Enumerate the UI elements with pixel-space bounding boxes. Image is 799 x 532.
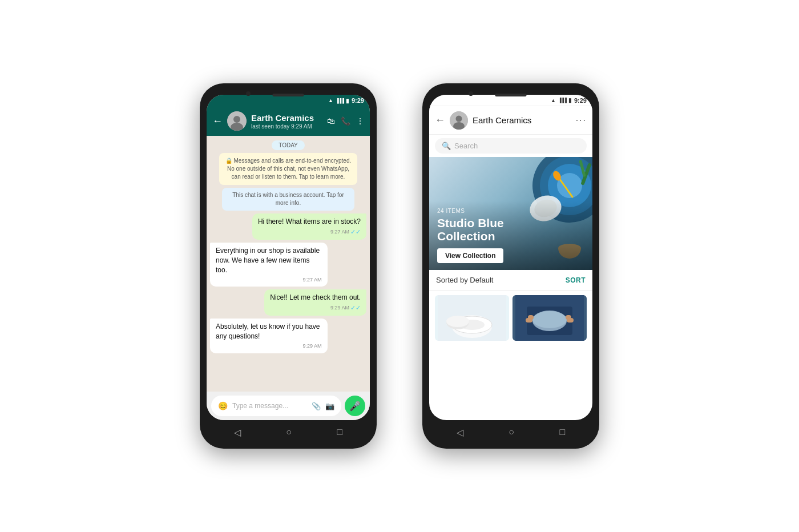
view-collection-button[interactable]: View Collection: [437, 248, 503, 263]
svg-point-4: [456, 115, 462, 122]
svg-point-23: [532, 311, 567, 328]
msg-time-1: 9:27 AM ✓✓: [258, 228, 361, 236]
recent-nav-icon[interactable]: □: [337, 427, 343, 437]
catalog-header-name: Earth Ceramics: [473, 115, 571, 125]
time-left: 9:29: [352, 97, 364, 104]
msg-received-2: Absolutely, let us know if you have any …: [210, 319, 328, 353]
bag-icon[interactable]: 🛍: [327, 116, 335, 126]
back-arrow-icon[interactable]: ←: [212, 115, 223, 127]
wifi-icon: ▲: [328, 98, 333, 103]
sort-button[interactable]: SORT: [566, 276, 586, 284]
signal-icon-r: ▐▐▐: [558, 98, 566, 103]
sort-bar: Sorted by Default SORT: [429, 270, 592, 291]
message-input[interactable]: 😊 Type a message... 📎 📷: [211, 396, 341, 416]
msg-received-1: Everything in our shop is available now.…: [210, 243, 328, 287]
back-nav-icon-r[interactable]: ◁: [457, 427, 463, 438]
msg-time-2: 9:27 AM: [216, 276, 322, 284]
battery-icon: ▮: [346, 98, 349, 104]
page-container: ▲ ▐▐▐ ▮ 9:29 ← E: [0, 0, 799, 532]
chat-input-bar: 😊 Type a message... 📎 📷 🎤: [207, 392, 370, 420]
nav-bar-left: ◁ ○ □: [207, 421, 370, 443]
phone-left-screen: ▲ ▐▐▐ ▮ 9:29 ← E: [207, 95, 370, 420]
avatar-right: [450, 111, 468, 130]
banner-items-count: 24 ITEMS: [437, 208, 584, 214]
catalog-banner: 24 ITEMS Studio BlueCollection View Coll…: [429, 157, 592, 270]
more-icon[interactable]: ⋮: [356, 116, 364, 126]
header-info-left: Earth Ceramics last seen today 9:29 AM: [251, 113, 322, 130]
header-icons-left: 🛍 📞 ⋮: [327, 116, 364, 126]
phone-right: ▲ ▐▐▐ ▮ 9:29 ← Earth Ceramics: [422, 83, 599, 449]
battery-icon-r: ▮: [568, 97, 572, 103]
msg-sent-2: Nice!! Let me check them out. 9:29 AM ✓✓: [264, 289, 366, 316]
call-icon[interactable]: 📞: [341, 116, 350, 126]
avatar-left: [227, 111, 247, 131]
date-badge: TODAY: [272, 140, 305, 150]
msg-time-3: 9:29 AM ✓✓: [270, 304, 361, 312]
input-placeholder: Type a message...: [232, 402, 288, 410]
catalog-header: ← Earth Ceramics ···: [429, 106, 592, 135]
back-nav-icon[interactable]: ◁: [234, 427, 241, 438]
search-icon: 🔍: [442, 142, 451, 150]
svg-rect-27: [566, 315, 571, 320]
sort-label: Sorted by Default: [436, 276, 493, 284]
header-name-left: Earth Ceramics: [251, 113, 322, 123]
phone-left: ▲ ▐▐▐ ▮ 9:29 ← E: [200, 83, 377, 449]
svg-point-19: [446, 316, 469, 327]
svg-rect-26: [528, 315, 534, 320]
system-msg-encryption: 🔒 Messages and calls are end-to-end encr…: [219, 153, 357, 185]
emoji-icon[interactable]: 😊: [218, 401, 228, 410]
product-grid: [429, 291, 592, 420]
product-thumb-2[interactable]: [513, 295, 587, 341]
back-arrow-catalog-icon[interactable]: ←: [435, 114, 445, 126]
status-bar-left: ▲ ▐▐▐ ▮ 9:29: [207, 95, 370, 106]
svg-point-1: [233, 116, 240, 123]
chat-header: ← Earth Ceramics last seen today 9:29 AM: [207, 106, 370, 136]
phone-right-screen: ▲ ▐▐▐ ▮ 9:29 ← Earth Ceramics: [429, 95, 592, 420]
signal-icon: ▐▐▐: [336, 98, 344, 103]
header-status-left: last seen today 9:29 AM: [251, 123, 322, 130]
catalog-search-bar[interactable]: 🔍 Search: [435, 138, 587, 154]
attachment-icon[interactable]: 📎: [312, 402, 321, 410]
time-right: 9:29: [574, 97, 587, 104]
more-catalog-icon[interactable]: ···: [576, 115, 587, 126]
product-thumb-1[interactable]: [435, 295, 509, 341]
banner-overlay: 24 ITEMS Studio BlueCollection View Coll…: [429, 201, 592, 270]
camera-icon[interactable]: 📷: [325, 402, 334, 410]
chat-messages: TODAY 🔒 Messages and calls are end-to-en…: [207, 136, 370, 392]
banner-title: Studio BlueCollection: [437, 216, 584, 243]
msg-time-4: 9:29 AM: [216, 342, 322, 350]
home-nav-icon[interactable]: ○: [286, 427, 292, 437]
search-placeholder: Search: [454, 142, 478, 150]
wifi-icon-r: ▲: [551, 98, 556, 103]
msg-sent-1: Hi there! What items are in stock? 9:27 …: [252, 213, 366, 240]
phones-container: ▲ ▐▐▐ ▮ 9:29 ← E: [200, 83, 599, 449]
system-msg-business: This chat is with a business account. Ta…: [222, 188, 355, 211]
home-nav-icon-r[interactable]: ○: [509, 427, 514, 437]
recent-nav-icon-r[interactable]: □: [560, 427, 566, 437]
status-bar-right: ▲ ▐▐▐ ▮ 9:29: [429, 95, 592, 106]
nav-bar-right: ◁ ○ □: [429, 421, 592, 443]
mic-button[interactable]: 🎤: [345, 396, 365, 416]
